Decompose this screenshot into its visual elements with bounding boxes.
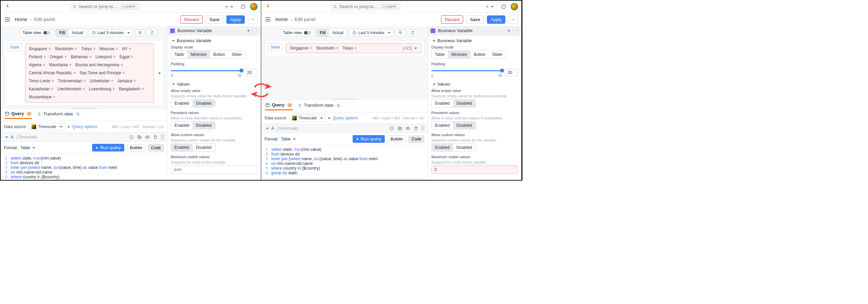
- query-options-link[interactable]: Query options: [333, 116, 358, 121]
- chip-remove-icon[interactable]: ×: [73, 71, 76, 75]
- chips-collapse-icon[interactable]: [157, 71, 161, 76]
- query-expand-icon[interactable]: [265, 126, 269, 131]
- chip[interactable]: Liechtenstein ×: [56, 86, 86, 92]
- collapse-button[interactable]: [248, 15, 257, 24]
- mode-option[interactable]: Minimize: [188, 51, 210, 58]
- persistent-toggle[interactable]: EnabledDisabled: [171, 122, 215, 129]
- chip[interactable]: Jamaica ×: [116, 77, 137, 84]
- chip-remove-icon[interactable]: ×: [89, 55, 91, 59]
- chip-remove-icon[interactable]: ×: [69, 63, 71, 67]
- user-avatar[interactable]: [250, 3, 257, 10]
- copy-icon[interactable]: [398, 126, 402, 131]
- apply-button[interactable]: Apply: [487, 15, 505, 24]
- chip-remove-icon[interactable]: ×: [43, 55, 45, 59]
- datasource-select[interactable]: Timescale: [28, 123, 65, 130]
- chip-remove-icon[interactable]: ×: [142, 87, 144, 91]
- panel-type-chevron-icon[interactable]: [246, 28, 250, 33]
- add-button[interactable]: [224, 2, 233, 11]
- chip-remove-icon[interactable]: ×: [113, 87, 115, 91]
- discard-button[interactable]: Discard: [441, 15, 463, 24]
- eye-icon[interactable]: [145, 135, 150, 139]
- add-button[interactable]: [485, 2, 494, 11]
- padding-slider[interactable]: [171, 67, 242, 74]
- global-search-input[interactable]: Search or jump to... cmd+k: [330, 3, 401, 10]
- global-search-input[interactable]: Search or jump to... cmd+k: [70, 3, 140, 10]
- chip-remove-icon[interactable]: ×: [64, 55, 67, 59]
- fill-actual-segment[interactable]: FillActual: [56, 29, 87, 37]
- drag-handle-icon[interactable]: [161, 135, 164, 139]
- chip[interactable]: Kazakhstan ×: [27, 86, 55, 92]
- custom-toggle[interactable]: EnabledDisabled: [171, 143, 215, 151]
- chip-remove-icon[interactable]: ×: [121, 63, 123, 67]
- chip[interactable]: Uzbekistan ×: [88, 77, 115, 84]
- tab-transform[interactable]: Transform data0: [37, 111, 81, 119]
- chip[interactable]: Sao Tome and Principe ×: [79, 70, 126, 76]
- chip[interactable]: Luxembourg ×: [88, 86, 117, 92]
- apply-button[interactable]: Apply: [226, 15, 245, 24]
- chip-remove-icon[interactable]: ×: [52, 78, 54, 83]
- chips-more[interactable]: (+21): [402, 45, 418, 51]
- custom-toggle[interactable]: EnabledDisabled: [431, 143, 476, 151]
- save-button[interactable]: Save: [206, 15, 223, 24]
- chip-remove-icon[interactable]: ×: [75, 46, 78, 51]
- builder-button[interactable]: Builder: [127, 144, 145, 151]
- datasource-select[interactable]: Timescale: [289, 114, 326, 122]
- mode-option[interactable]: Slider: [489, 51, 506, 58]
- format-select[interactable]: Table: [281, 137, 296, 141]
- variable-chips-minimized[interactable]: Singapore ×Stockholm ×Tokyo ×(+21): [286, 43, 421, 53]
- save-button[interactable]: Save: [466, 15, 484, 24]
- variable-label[interactable]: State: [7, 43, 23, 51]
- chip[interactable]: Central African Republic ×: [27, 70, 77, 76]
- time-range-picker[interactable]: Last 5 minutes: [349, 29, 394, 36]
- tab-query[interactable]: Query1: [265, 102, 293, 110]
- collapse-button[interactable]: [509, 15, 518, 24]
- chip[interactable]: Tokyo ×: [80, 45, 97, 52]
- chip-remove-icon[interactable]: ×: [111, 78, 113, 83]
- drag-handle-icon[interactable]: [422, 126, 424, 131]
- chip[interactable]: Moscow ×: [98, 45, 119, 52]
- chip-remove-icon[interactable]: ×: [113, 55, 116, 59]
- chip[interactable]: Oregan ×: [48, 54, 68, 60]
- table-view-toggle[interactable]: Table view: [20, 29, 54, 36]
- chip-remove-icon[interactable]: ×: [51, 87, 54, 91]
- side-expand-icon[interactable]: [513, 28, 519, 33]
- display-mode-group[interactable]: TableMinimizeButtonSlider: [431, 50, 506, 59]
- chip[interactable]: Tokyo ×: [341, 45, 358, 52]
- breadcrumb-home[interactable]: Home: [15, 17, 27, 22]
- format-select[interactable]: Table: [21, 145, 35, 150]
- chip-remove-icon[interactable]: ×: [82, 87, 85, 91]
- display-mode-group[interactable]: TableMinimizeButtonSlider: [171, 50, 245, 59]
- chip[interactable]: Algeria ×: [27, 62, 46, 68]
- sql-editor[interactable]: 1select state, max(mm.value)2from device…: [261, 145, 428, 178]
- query-options-link[interactable]: Query options: [72, 125, 97, 129]
- section-values[interactable]: Values: [431, 81, 518, 87]
- chip-remove-icon[interactable]: ×: [134, 78, 136, 83]
- tab-transform[interactable]: Transform data0: [298, 103, 342, 110]
- resize-handle[interactable]: [261, 98, 428, 100]
- refresh-button[interactable]: [147, 29, 157, 36]
- padding-slider[interactable]: [431, 67, 502, 74]
- chip[interactable]: Mozambique ×: [27, 94, 57, 100]
- chip[interactable]: Mauritania ×: [48, 62, 73, 68]
- chip-remove-icon[interactable]: ×: [42, 63, 45, 67]
- trash-icon[interactable]: [153, 135, 158, 139]
- chip-remove-icon[interactable]: ×: [131, 55, 134, 59]
- chip[interactable]: Singapore ×: [27, 45, 52, 52]
- persistent-toggle[interactable]: EnabledDisabled: [431, 122, 476, 129]
- help-button[interactable]: ?: [239, 2, 247, 11]
- tab-query[interactable]: Query1: [5, 111, 32, 119]
- section-business-variable[interactable]: Business Variable: [431, 38, 518, 43]
- variable-label[interactable]: State: [268, 43, 283, 51]
- code-button[interactable]: Code: [408, 135, 424, 143]
- chip[interactable]: Bahamas ×: [69, 54, 93, 60]
- chip[interactable]: Turkmenistan ×: [57, 77, 87, 84]
- chip-remove-icon[interactable]: ×: [354, 46, 356, 50]
- code-button[interactable]: Code: [148, 144, 164, 151]
- section-values[interactable]: Values: [171, 81, 257, 87]
- chip[interactable]: Bosnia and Herzegovina ×: [74, 62, 124, 68]
- chip-remove-icon[interactable]: ×: [310, 46, 312, 50]
- chip[interactable]: Finland ×: [27, 54, 47, 60]
- chip[interactable]: Liverpool ×: [94, 54, 117, 60]
- chip-remove-icon[interactable]: ×: [53, 95, 56, 99]
- zoom-out-button[interactable]: [135, 29, 145, 36]
